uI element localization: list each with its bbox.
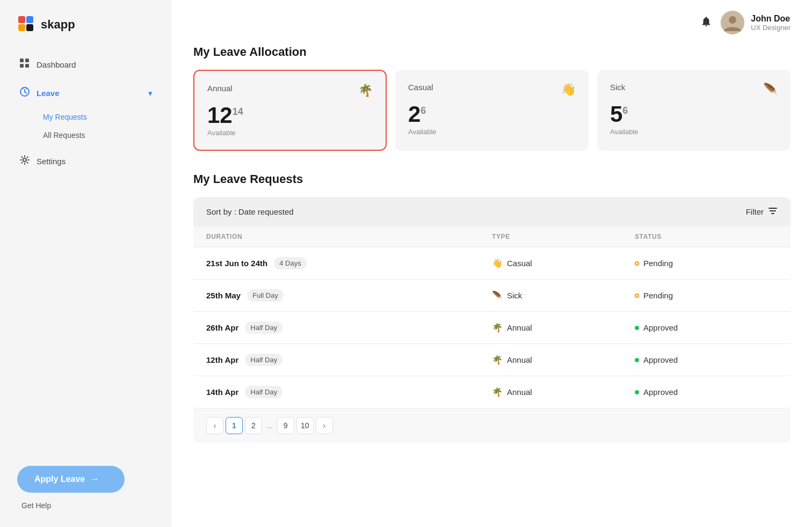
row1-status-dot: [635, 261, 639, 266]
row2-date: 25th May: [206, 291, 241, 300]
logo-area: skapp: [0, 0, 172, 52]
row2-duration: Full Day: [247, 289, 284, 302]
sidebar-item-leave-label: Leave: [37, 89, 60, 98]
row3-duration: Half Day: [245, 321, 282, 334]
avatar: [721, 11, 744, 34]
duration-cell: 21st Jun to 24th 4 Days: [206, 257, 492, 269]
allocation-title: My Leave Allocation: [193, 45, 791, 59]
sick-card-title: Sick: [610, 83, 625, 92]
svg-point-11: [23, 158, 26, 162]
annual-card-count: 1214: [207, 104, 373, 127]
get-help-link[interactable]: Get Help: [17, 501, 51, 510]
sidebar-item-leave[interactable]: Leave ▾: [11, 80, 161, 106]
user-info: John Doe UX Designer: [751, 14, 791, 32]
dashboard-icon: [19, 58, 30, 71]
row2-status: Pending: [643, 291, 673, 300]
sidebar-navigation: Dashboard Leave ▾ My Requests All Reques…: [0, 52, 172, 453]
row4-type-icon: 🌴: [492, 355, 503, 365]
type-cell: 👋 Casual: [492, 258, 635, 268]
pagination: ‹ 1 2 ... 9 10 ›: [193, 408, 791, 443]
logo-text: skapp: [41, 18, 75, 32]
apply-leave-button[interactable]: Apply Leave →: [17, 466, 125, 493]
logo-icon: [17, 15, 37, 34]
leave-subnav: My Requests All Requests: [34, 108, 161, 144]
svg-rect-1: [26, 16, 33, 23]
table-row[interactable]: 25th May Full Day 🪶 Sick Pending: [193, 280, 791, 312]
filter-button[interactable]: Filter: [746, 207, 778, 217]
pagination-prev[interactable]: ‹: [206, 417, 223, 434]
user-profile[interactable]: John Doe UX Designer: [721, 11, 791, 34]
settings-icon: [19, 155, 30, 168]
row2-type-icon: 🪶: [492, 290, 503, 301]
status-cell: Approved: [635, 355, 778, 364]
row5-status-dot: [635, 390, 639, 394]
casual-leave-card[interactable]: Casual 👋 26 Available: [395, 70, 589, 151]
sick-card-count: 56: [610, 103, 778, 126]
requests-section: My Leave Requests Sort by : Date request…: [193, 172, 791, 443]
svg-rect-6: [20, 64, 24, 68]
table-row[interactable]: 21st Jun to 24th 4 Days 👋 Casual Pending: [193, 247, 791, 280]
requests-table: Sort by : Date requested Filter DURATION…: [193, 197, 791, 443]
pagination-page-10[interactable]: 10: [296, 417, 314, 434]
sidebar: skapp Dashboard Leave ▾ My Requests All …: [0, 0, 172, 527]
allocation-cards: Annual 🌴 1214 Available Casual 👋 26 Avai…: [193, 70, 791, 151]
svg-rect-5: [25, 58, 29, 62]
row3-date: 26th Apr: [206, 323, 238, 332]
notification-bell-icon[interactable]: [700, 16, 712, 30]
sick-card-available: Available: [610, 128, 778, 136]
duration-cell: 12th Apr Half Day: [206, 354, 492, 366]
table-row[interactable]: 12th Apr Half Day 🌴 Annual Approved: [193, 344, 791, 376]
sidebar-bottom: Apply Leave → Get Help: [0, 453, 172, 527]
status-cell: Pending: [635, 259, 778, 268]
pagination-next[interactable]: ›: [316, 417, 333, 434]
duration-cell: 26th Apr Half Day: [206, 321, 492, 334]
row1-status: Pending: [643, 259, 673, 268]
svg-rect-7: [25, 64, 29, 68]
row3-type-icon: 🌴: [492, 323, 503, 333]
col-status: STATUS: [635, 233, 778, 240]
table-toolbar: Sort by : Date requested Filter: [193, 197, 791, 226]
row5-status: Approved: [643, 387, 678, 397]
main-content: John Doe UX Designer My Leave Allocation…: [172, 0, 812, 527]
type-cell: 🌴 Annual: [492, 355, 635, 365]
row4-status-dot: [635, 358, 639, 362]
row2-status-dot: [635, 294, 639, 298]
row4-duration: Half Day: [245, 354, 282, 366]
requests-title: My Leave Requests: [193, 172, 791, 186]
type-cell: 🌴 Annual: [492, 323, 635, 333]
table-header: DURATION TYPE STATUS: [193, 226, 791, 247]
sidebar-item-my-requests[interactable]: My Requests: [34, 108, 161, 126]
row1-type-icon: 👋: [492, 258, 503, 268]
row2-type: Sick: [507, 291, 522, 300]
annual-leave-card[interactable]: Annual 🌴 1214 Available: [193, 70, 387, 151]
table-row[interactable]: 14th Apr Half Day 🌴 Annual Approved: [193, 376, 791, 408]
pagination-page-9[interactable]: 9: [277, 417, 294, 434]
casual-card-count: 26: [408, 103, 576, 126]
row1-date: 21st Jun to 24th: [206, 259, 267, 268]
pagination-page-1[interactable]: 1: [226, 417, 243, 434]
annual-card-icon: 🌴: [358, 84, 373, 98]
pagination-page-2[interactable]: 2: [245, 417, 262, 434]
type-cell: 🌴 Annual: [492, 387, 635, 397]
duration-cell: 14th Apr Half Day: [206, 386, 492, 398]
sick-leave-card[interactable]: Sick 🪶 56 Available: [597, 70, 791, 151]
sidebar-item-all-requests[interactable]: All Requests: [34, 127, 161, 144]
sidebar-item-settings[interactable]: Settings: [11, 148, 161, 174]
annual-card-header: Annual 🌴: [207, 84, 373, 98]
page-content: My Leave Allocation Annual 🌴 1214 Availa…: [172, 45, 812, 464]
casual-card-icon: 👋: [561, 83, 576, 97]
user-role: UX Designer: [751, 24, 791, 32]
sort-label[interactable]: Sort by : Date requested: [206, 207, 294, 216]
duration-cell: 25th May Full Day: [206, 289, 492, 302]
svg-rect-3: [26, 24, 33, 31]
casual-card-header: Casual 👋: [408, 83, 576, 97]
row4-status: Approved: [643, 355, 678, 364]
status-cell: Approved: [635, 323, 778, 332]
user-name: John Doe: [751, 14, 791, 24]
col-type: TYPE: [492, 233, 635, 240]
sidebar-item-dashboard[interactable]: Dashboard: [11, 52, 161, 78]
sick-card-icon: 🪶: [763, 83, 778, 97]
row3-status-dot: [635, 326, 639, 330]
table-row[interactable]: 26th Apr Half Day 🌴 Annual Approved: [193, 312, 791, 344]
type-cell: 🪶 Sick: [492, 290, 635, 301]
